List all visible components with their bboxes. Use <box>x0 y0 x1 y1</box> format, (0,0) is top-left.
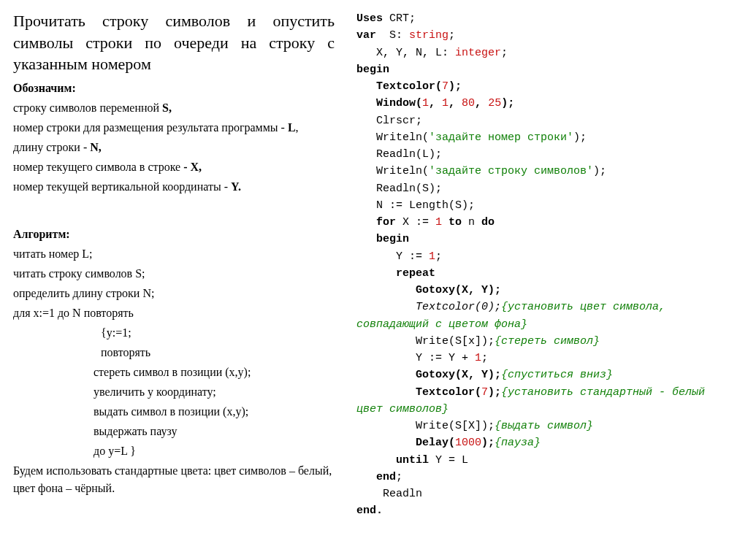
sp6 <box>356 471 376 483</box>
alg-5: {y:=1; <box>13 324 335 342</box>
semi4: ; <box>481 352 488 364</box>
semi2: ; <box>501 47 508 59</box>
alg-9: выдать символ в позиции (x,y); <box>13 403 335 421</box>
code-line: Clrscr; <box>356 112 735 129</box>
n7b: 7 <box>481 386 488 399</box>
alg-7: стереть символ в позиции (x,y); <box>13 364 335 381</box>
c2: , <box>449 97 462 110</box>
code-line: Textcolor(7);{установить стандартный - б… <box>356 384 735 418</box>
semi3: ; <box>435 250 442 263</box>
code-line: Gotoxy(X, Y); <box>356 282 735 299</box>
code-line: Window(1, 1, 80, 25); <box>356 95 735 112</box>
code-line: Y := 1; <box>356 248 735 265</box>
closep5: ); <box>488 386 501 399</box>
code-line: end. <box>356 502 735 519</box>
closep: ); <box>449 80 462 93</box>
code-line: until Y = L <box>356 452 735 469</box>
ndo: n <box>462 216 481 229</box>
code-line: Textcolor(7); <box>356 78 735 95</box>
cmt3: {спуститься вниз} <box>501 369 613 381</box>
writesx2: Write(S[X]); <box>356 420 495 432</box>
footer-note: Будем использовать стандартные цвета: цв… <box>13 462 335 497</box>
kw-uses: Uses <box>356 12 383 25</box>
code-line: end; <box>356 469 735 486</box>
alg-3: определить длину строки N; <box>13 285 335 302</box>
sp <box>356 216 376 229</box>
code-line: repeat <box>356 265 735 282</box>
writeln2: Writeln( <box>356 165 429 177</box>
code-line: Delay(1000);{пауза} <box>356 434 735 451</box>
n1b: 1 <box>442 97 449 110</box>
alg-6: повторять <box>13 344 335 361</box>
d5b: Y. <box>231 180 241 193</box>
designate-3: длину строки - N, <box>13 139 335 156</box>
type-string: string <box>409 29 449 42</box>
designate-heading: Обозначим: <box>13 80 335 97</box>
code-line: N := Length(S); <box>356 197 735 214</box>
textcolor-call: Textcolor( <box>356 80 442 93</box>
code-line: for X := 1 to n do <box>356 214 735 231</box>
code-line: X, Y, N, L: integer; <box>356 45 735 61</box>
code-line: Gotoxy(X, Y);{спуститься вниз} <box>356 367 735 383</box>
yassign: Y := <box>356 250 429 263</box>
kw-for: for <box>376 216 396 229</box>
kw-end1: end <box>376 471 396 483</box>
alg-10: выдержать паузу <box>13 423 335 440</box>
kw-until: until <box>396 454 429 467</box>
d1b: S, <box>162 101 172 114</box>
writeln1: Writeln( <box>356 131 429 144</box>
designate-1: строку символов переменной S, <box>13 99 335 117</box>
cmt6: {пауза} <box>495 437 541 449</box>
alg-11: до y=L } <box>13 442 335 460</box>
closep6: ); <box>481 437 495 449</box>
d2a: номер строки для размещения результата п… <box>13 121 288 134</box>
n1: 1 <box>422 97 429 110</box>
d5a: номер текущей вертикальной координаты - <box>13 180 231 193</box>
s-decl: S: <box>376 29 409 42</box>
c3: , <box>475 97 488 110</box>
kw-do: do <box>481 216 495 229</box>
d2b: L <box>288 121 296 134</box>
page-title: Прочитать строку символов и опустить сим… <box>13 10 335 75</box>
kw-begin: begin <box>356 64 389 76</box>
code-line: Readln <box>356 486 735 502</box>
kw-repeat: repeat <box>396 267 435 280</box>
d4b: - X, <box>183 161 202 173</box>
code-line: Textcolor(0);{установить цвет символа, с… <box>356 299 735 333</box>
n1c: 1 <box>435 216 442 229</box>
alg-8: увеличить y координату; <box>13 383 335 401</box>
d2c: , <box>296 121 299 134</box>
n1e: 1 <box>475 352 481 364</box>
d4a: номер текущего символа в строке <box>13 161 183 173</box>
alg-1: читать номер L; <box>13 245 335 263</box>
delay: Delay( <box>356 437 455 449</box>
code-block: Uses CRT; var S: string; X, Y, N, L: int… <box>356 10 735 520</box>
c1: , <box>429 97 442 110</box>
d1a: строку символов переменной <box>13 101 162 114</box>
sp4 <box>356 301 416 313</box>
kw-var: var <box>356 29 376 42</box>
yinc: Y := Y + <box>356 352 475 364</box>
designate-4: номер текущего символа в строке - X, <box>13 158 335 176</box>
textcolor7: Textcolor( <box>356 386 481 399</box>
textcolor0: Textcolor(0); <box>416 301 501 313</box>
d3a: длину строки - <box>13 141 90 153</box>
kw-to: to <box>449 216 462 229</box>
semi: ; <box>449 29 455 42</box>
n80: 80 <box>462 97 475 110</box>
closep3: ); <box>573 131 587 144</box>
sp2 <box>442 216 449 229</box>
algorithm-heading: Алгоритм: <box>13 226 335 243</box>
type-integer: integer <box>455 47 501 59</box>
xynl: X, Y, N, L: <box>356 47 455 59</box>
sp5 <box>356 454 396 467</box>
sp3 <box>356 267 396 280</box>
d3b: N, <box>90 141 102 153</box>
semi5: ; <box>396 471 402 483</box>
code-line: Uses CRT; <box>356 10 735 27</box>
n1000: 1000 <box>455 437 481 449</box>
code-line: var S: string; <box>356 27 735 44</box>
code-line: begin <box>356 231 735 248</box>
cmt2: {стереть символ} <box>495 335 600 348</box>
code-line: Readln(L); <box>356 146 735 163</box>
